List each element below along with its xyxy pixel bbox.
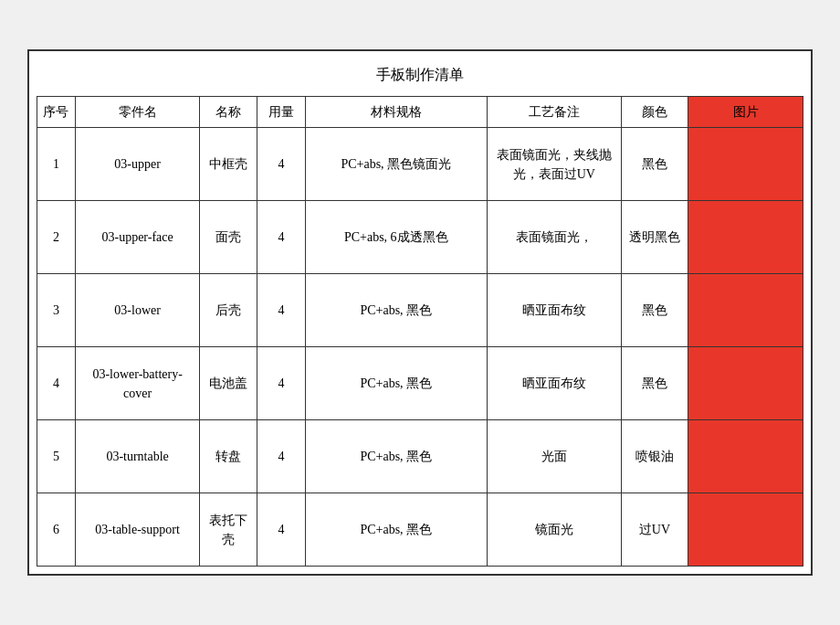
cell-spec: PC+abs, 黑色	[305, 420, 487, 493]
cell-color: 喷银油	[621, 420, 688, 493]
cell-qty: 4	[257, 420, 305, 493]
cell-seq: 1	[37, 128, 76, 201]
cell-name: 电池盖	[200, 347, 257, 420]
header-color: 颜色	[621, 97, 688, 128]
cell-name: 转盘	[200, 420, 257, 493]
cell-spec: PC+abs, 黑色	[305, 274, 487, 347]
header-part-code: 零件名	[75, 97, 199, 128]
cell-color: 黑色	[621, 274, 688, 347]
cell-name: 中框壳	[200, 128, 257, 201]
header-name: 名称	[200, 97, 257, 128]
table-row: 603-table-support表托下壳4PC+abs, 黑色镜面光过UV	[37, 493, 803, 567]
cell-qty: 4	[257, 201, 305, 274]
cell-qty: 4	[257, 347, 305, 420]
cell-qty: 4	[257, 493, 305, 567]
table-title: 手板制作清单	[37, 58, 803, 96]
cell-qty: 4	[257, 274, 305, 347]
cell-image	[688, 420, 803, 493]
cell-spec: PC+abs, 6成透黑色	[305, 201, 487, 274]
cell-color: 黑色	[621, 128, 688, 201]
header-seq: 序号	[37, 97, 76, 128]
header-row: 序号 零件名 名称 用量 材料规格 工艺备注 颜色 图片	[37, 97, 803, 128]
cell-process: 表面镜面光，	[487, 201, 621, 274]
table-row: 303-lower后壳4PC+abs, 黑色晒亚面布纹黑色	[37, 274, 803, 347]
header-qty: 用量	[257, 97, 305, 128]
cell-name: 后壳	[200, 274, 257, 347]
cell-spec: PC+abs, 黑色	[305, 347, 487, 420]
cell-image	[688, 128, 803, 201]
cell-seq: 2	[37, 201, 76, 274]
cell-process: 光面	[487, 420, 621, 493]
cell-process: 晒亚面布纹	[487, 274, 621, 347]
cell-seq: 6	[37, 493, 76, 567]
cell-seq: 3	[37, 274, 76, 347]
cell-process: 镜面光	[487, 493, 621, 567]
header-process: 工艺备注	[487, 97, 621, 128]
cell-color: 黑色	[621, 347, 688, 420]
cell-name: 表托下壳	[200, 493, 257, 567]
cell-part-code: 03-lower-battery-cover	[75, 347, 199, 420]
cell-spec: PC+abs, 黑色	[305, 493, 487, 567]
cell-name: 面壳	[200, 201, 257, 274]
cell-part-code: 03-upper	[75, 128, 199, 201]
cell-color: 透明黑色	[621, 201, 688, 274]
table-row: 503-turntable转盘4PC+abs, 黑色光面喷银油	[37, 420, 803, 493]
table-row: 403-lower-battery-cover电池盖4PC+abs, 黑色晒亚面…	[37, 347, 803, 420]
cell-image	[688, 347, 803, 420]
cell-part-code: 03-table-support	[75, 493, 199, 567]
parts-table: 序号 零件名 名称 用量 材料规格 工艺备注 颜色 图片 103-upper中框…	[37, 96, 803, 567]
cell-image	[688, 274, 803, 347]
main-container: 手板制作清单 序号 零件名 名称 用量 材料规格 工艺备注 颜色 图片	[27, 49, 813, 576]
cell-qty: 4	[257, 128, 305, 201]
cell-seq: 5	[37, 420, 76, 493]
cell-seq: 4	[37, 347, 76, 420]
cell-process: 表面镜面光，夹线抛光，表面过UV	[487, 128, 621, 201]
cell-image	[688, 493, 803, 567]
header-spec: 材料规格	[305, 97, 487, 128]
table-row: 103-upper中框壳4PC+abs, 黑色镜面光表面镜面光，夹线抛光，表面过…	[37, 128, 803, 201]
table-row: 203-upper-face面壳4PC+abs, 6成透黑色表面镜面光，透明黑色	[37, 201, 803, 274]
cell-spec: PC+abs, 黑色镜面光	[305, 128, 487, 201]
cell-image	[688, 201, 803, 274]
cell-part-code: 03-turntable	[75, 420, 199, 493]
cell-color: 过UV	[621, 493, 688, 567]
cell-part-code: 03-upper-face	[75, 201, 199, 274]
cell-part-code: 03-lower	[75, 274, 199, 347]
cell-process: 晒亚面布纹	[487, 347, 621, 420]
header-image: 图片	[688, 97, 803, 128]
